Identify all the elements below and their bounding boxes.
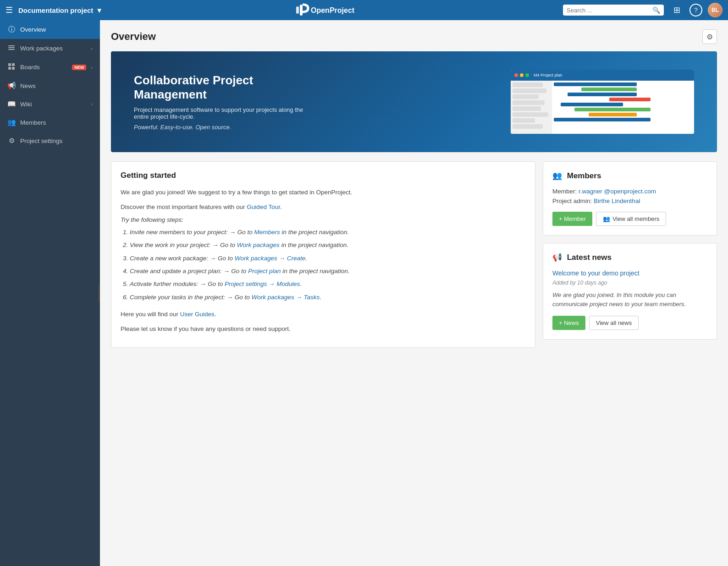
member-email-link[interactable]: r.wagner @openproject.com	[579, 188, 656, 195]
app-logo: OpenProject	[106, 3, 559, 17]
step-2-link[interactable]: Work packages	[237, 242, 280, 248]
news-card: 📢 Latest news Welcome to your demo proje…	[543, 243, 717, 340]
svg-rect-5	[8, 49, 15, 50]
step-5: Activate further modules: → Go to Projec…	[130, 279, 526, 290]
svg-rect-9	[12, 67, 15, 70]
add-news-button[interactable]: + News	[552, 316, 585, 330]
members-card-title: 👥 Members	[552, 171, 707, 181]
project-name: Documentation project	[18, 6, 93, 14]
guided-tour-link[interactable]: Guided Tour	[247, 203, 280, 210]
getting-started-steps: Invite new members to your project: → Go…	[130, 227, 526, 303]
getting-started-title: Getting started	[121, 171, 526, 180]
svg-rect-1	[300, 5, 303, 16]
overview-icon: ⓘ	[7, 25, 16, 34]
hero-tagline: Powerful. Easy-to-use. Open source.	[134, 124, 317, 131]
view-all-news-button[interactable]: View all news	[589, 316, 639, 330]
step-5-link[interactable]: Project settings → Modules	[225, 280, 300, 287]
search-input[interactable]	[567, 7, 650, 14]
step-2: View the work in your project: → Go to W…	[130, 240, 526, 251]
news-meta: Added by 10 days ago	[552, 280, 707, 286]
svg-rect-7	[12, 63, 15, 66]
hero-subtitle: Project management software to support y…	[134, 106, 317, 120]
navbar-right: 🔍 ⊞ ? BL	[563, 3, 722, 17]
avatar[interactable]: BL	[708, 3, 722, 17]
step-6: Complete your tasks in the project: → Go…	[130, 292, 526, 303]
arrow-icon-work-packages: ›	[91, 46, 93, 51]
user-guides-link[interactable]: User Guides	[180, 311, 215, 318]
members-info: Member: r.wagner @openproject.com Projec…	[552, 188, 707, 204]
news-article-link[interactable]: Welcome to your demo project	[552, 269, 707, 277]
sidebar-item-work-packages[interactable]: Work packages ›	[0, 39, 100, 58]
page-settings-button[interactable]: ⚙	[702, 29, 717, 44]
step-6-link[interactable]: Work packages → Tasks	[252, 294, 320, 301]
getting-started-try-label: Try the following steps:	[121, 216, 526, 223]
closing-text: Please let us know if you have any quest…	[121, 324, 526, 334]
admin-name-link[interactable]: Birthe Lindenthal	[594, 198, 640, 204]
sidebar-label-work-packages: Work packages	[20, 45, 86, 52]
news-actions: + News View all news	[552, 316, 707, 330]
two-col-section: Getting started We are glad you joined! …	[111, 161, 717, 348]
news-body: We are glad you joined. In this module y…	[552, 291, 707, 308]
arrow-icon-boards: ›	[91, 65, 93, 70]
sidebar-label-wiki: Wiki	[20, 101, 86, 108]
hamburger-icon[interactable]: ☰	[6, 5, 13, 15]
sidebar-item-news[interactable]: 📢 News	[0, 77, 100, 95]
members-actions: + Member 👥 View all members	[552, 212, 707, 226]
sidebar-item-boards[interactable]: Boards NEW ›	[0, 58, 100, 77]
members-card-icon: 👥	[552, 171, 562, 180]
sidebar-label-news: News	[20, 82, 93, 89]
sidebar-resize-handle[interactable]	[98, 20, 100, 566]
project-selector[interactable]: Documentation project ▼	[18, 6, 103, 14]
step-4: Create and update a project plan: → Go t…	[130, 266, 526, 277]
members-card: 👥 Members Member: r.wagner @openproject.…	[543, 161, 717, 236]
main-layout: ⓘ Overview Work packages ›	[0, 20, 728, 566]
search-box[interactable]: 🔍	[563, 5, 664, 16]
guided-tour-prefix: Discover the most important features wit…	[121, 203, 247, 210]
sidebar: ⓘ Overview Work packages ›	[0, 20, 100, 566]
svg-rect-8	[8, 67, 11, 70]
getting-started-card: Getting started We are glad you joined! …	[111, 161, 535, 348]
wiki-icon: 📖	[7, 100, 16, 108]
sidebar-label-overview: Overview	[20, 26, 93, 33]
news-icon: 📢	[7, 82, 16, 90]
help-icon[interactable]: ?	[689, 4, 702, 16]
sidebar-item-wiki[interactable]: 📖 Wiki ›	[0, 95, 100, 113]
project-settings-icon: ⚙	[7, 137, 16, 145]
step-1-link[interactable]: Members	[254, 229, 280, 236]
sidebar-item-members[interactable]: 👥 Members	[0, 113, 100, 132]
svg-rect-3	[8, 45, 15, 46]
chevron-down-icon: ▼	[96, 6, 103, 14]
sidebar-item-project-settings[interactable]: ⚙ Project settings	[0, 132, 100, 150]
svg-text:OpenProject: OpenProject	[311, 6, 355, 14]
step-4-link[interactable]: Project plan	[248, 268, 281, 275]
search-icon: 🔍	[652, 6, 660, 14]
step-3-link[interactable]: Work packages → Create	[235, 255, 306, 262]
openproject-logo-svg: OpenProject	[296, 3, 370, 17]
sidebar-label-boards: Boards	[20, 64, 66, 71]
right-cards: 👥 Members Member: r.wagner @openproject.…	[543, 161, 717, 348]
getting-started-tour: Discover the most important features wit…	[121, 202, 526, 212]
page-header: Overview ⚙	[111, 29, 717, 44]
admin-line: Project admin: Birthe Lindenthal	[552, 198, 707, 204]
getting-started-intro: We are glad you joined! We suggest to tr…	[121, 187, 526, 198]
avatar-initials: BL	[708, 3, 722, 17]
members-icon: 👥	[7, 118, 16, 126]
view-all-members-button[interactable]: 👥 View all members	[596, 212, 666, 226]
news-card-title: 📢 Latest news	[552, 253, 707, 262]
step-3: Create a new work package: → Go to Work …	[130, 253, 526, 264]
user-guides-text: Here you will find our User Guides.	[121, 309, 526, 319]
content-area: Overview ⚙ Collaborative Project Managem…	[100, 20, 728, 566]
grid-icon[interactable]: ⊞	[669, 3, 684, 17]
arrow-icon-wiki: ›	[91, 101, 93, 107]
page-title: Overview	[111, 31, 156, 43]
view-members-icon: 👥	[603, 215, 610, 222]
sidebar-label-members: Members	[20, 119, 93, 126]
navbar: ☰ Documentation project ▼ OpenProject 🔍 …	[0, 0, 728, 20]
hero-text: Collaborative Project Management Project…	[134, 73, 317, 131]
sidebar-item-overview[interactable]: ⓘ Overview	[0, 20, 100, 39]
step-1: Invite new members to your project: → Go…	[130, 227, 526, 238]
add-member-button[interactable]: + Member	[552, 212, 592, 226]
svg-rect-0	[296, 6, 299, 14]
work-packages-icon	[7, 44, 16, 53]
hero-image: M4 Project plan	[511, 70, 694, 134]
